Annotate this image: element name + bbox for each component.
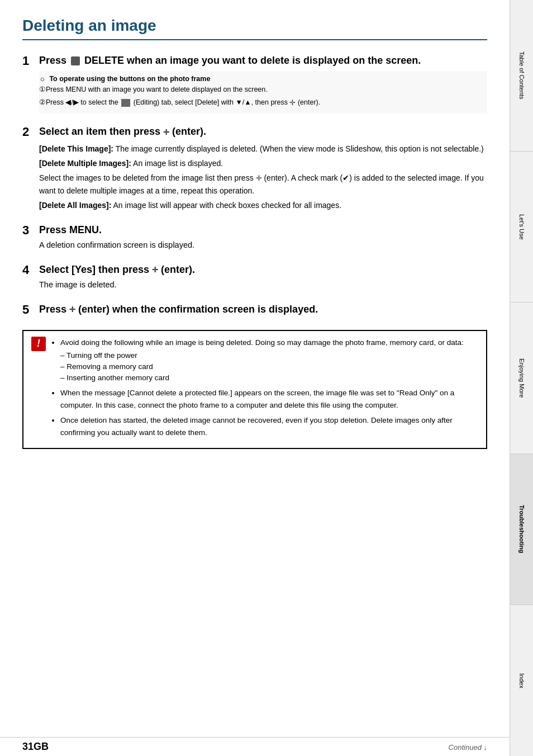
delete-multiple-detail: Select the images to be deleted from the…: [39, 172, 487, 197]
step-4-text: Select [Yes] then press ✛ (enter).: [39, 263, 487, 277]
tab-index[interactable]: Index: [510, 605, 533, 756]
step-number-5: 5: [22, 303, 39, 317]
tip-header: ☼ To operate using the buttons on the ph…: [39, 74, 482, 83]
tip-line-2: ②Press ◀/▶ to select the (Editing) tab, …: [39, 97, 482, 108]
step-5-text: Press ✛ (enter) when the confirmation sc…: [39, 303, 487, 316]
step-1-content: Press DELETE when an image you want to d…: [39, 54, 487, 116]
delete-this: [Delete This Image]: The image currently…: [39, 143, 487, 155]
right-tabs: Table of Contents Let's Use Enjoying Mor…: [510, 0, 533, 756]
tab-troubleshooting[interactable]: Troubleshooting: [510, 454, 533, 606]
warning-content: Avoid doing the following while an image…: [51, 337, 478, 442]
page-number: 31GB: [22, 741, 49, 753]
step-3: 3 Press MENU. A deletion confirmation sc…: [22, 223, 487, 254]
step-3-content: Press MENU. A deletion confirmation scre…: [39, 223, 487, 254]
tab-lets-use[interactable]: Let's Use: [510, 152, 533, 303]
step-1-text: Press DELETE when an image you want to d…: [39, 54, 487, 68]
delete-all: [Delete All Images]: An image list will …: [39, 199, 487, 211]
tip-box: ☼ To operate using the buttons on the ph…: [39, 71, 487, 114]
step-number-1: 1: [22, 54, 39, 68]
warning-box: ! Avoid doing the following while an ima…: [22, 330, 487, 449]
tab-enjoying-more[interactable]: Enjoying More: [510, 303, 533, 454]
step-number-3: 3: [22, 223, 39, 238]
step-number-2: 2: [22, 125, 39, 139]
step-2-text: Select an item then press ✛ (enter).: [39, 125, 487, 139]
bottom-bar: 31GB Continued ↓: [0, 737, 510, 756]
warning-1c: Inserting another memory card: [60, 372, 478, 384]
warning-icon: !: [31, 337, 46, 351]
tip-line-1: ①Press MENU with an image you want to de…: [39, 84, 482, 95]
step-4-sub: The image is deleted.: [39, 279, 487, 291]
warning-1a: Turning off the power: [60, 350, 478, 361]
step-4: 4 Select [Yes] then press ✛ (enter). The…: [22, 263, 487, 294]
step-3-text: Press MENU.: [39, 223, 487, 237]
tip-content: ①Press MENU with an image you want to de…: [39, 84, 482, 108]
step-3-sub: A deletion confirmation screen is displa…: [39, 239, 487, 252]
step-2-sub: [Delete This Image]: The image currently…: [39, 143, 487, 212]
continued-label: Continued ↓: [449, 743, 487, 752]
tab-table-of-contents[interactable]: Table of Contents: [510, 0, 533, 152]
step-1: 1 Press DELETE when an image you want to…: [22, 54, 487, 116]
page-title: Deleting an image: [22, 17, 487, 40]
warning-3: Once deletion has started, the deleted i…: [60, 414, 478, 438]
step-2-content: Select an item then press ✛ (enter). [De…: [39, 125, 487, 214]
step-5: 5 Press ✛ (enter) when the confirmation …: [22, 303, 487, 319]
warning-1b: Removing a memory card: [60, 361, 478, 372]
step-4-content: Select [Yes] then press ✛ (enter). The i…: [39, 263, 487, 294]
step-5-content: Press ✛ (enter) when the confirmation sc…: [39, 303, 487, 319]
step-number-4: 4: [22, 263, 39, 277]
step-2: 2 Select an item then press ✛ (enter). […: [22, 125, 487, 214]
delete-multiple: [Delete Multiple Images]: An image list …: [39, 157, 487, 169]
warning-2: When the message [Cannot delete a protec…: [60, 387, 478, 411]
warning-1: Avoid doing the following while an image…: [60, 337, 478, 384]
